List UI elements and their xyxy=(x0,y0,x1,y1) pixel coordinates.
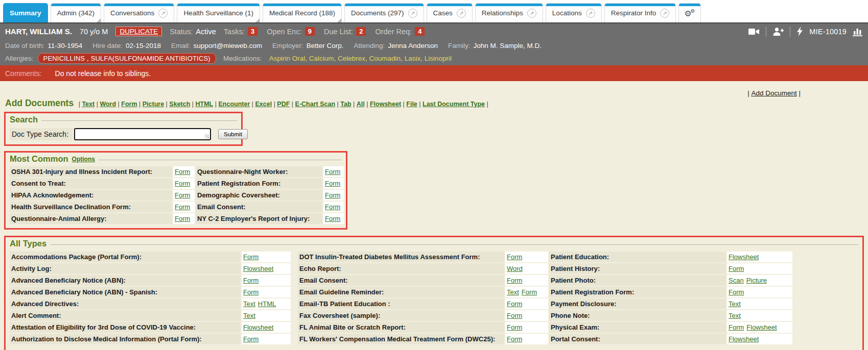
doc-category-link[interactable]: Form xyxy=(121,101,137,108)
doc-category-link[interactable]: Flowsheet xyxy=(370,101,401,108)
popout-arrow-icon[interactable] xyxy=(408,9,417,18)
doc-type-search-label: Doc Type Search: xyxy=(10,128,73,140)
doc-type-action-link[interactable]: Flowsheet xyxy=(746,323,777,331)
medication-link[interactable]: Calcium xyxy=(309,55,338,62)
doc-type-action-link[interactable]: Form xyxy=(243,253,259,261)
medication-link[interactable]: Aspirin Oral xyxy=(269,55,309,62)
doc-category-link[interactable]: Last Document Type xyxy=(423,101,485,108)
doc-category-link[interactable]: E-Chart Scan xyxy=(295,101,336,108)
allergy-alert[interactable]: PENICILLINS , SULFA(SULFONAMIDE ANTIBIOT… xyxy=(38,53,216,64)
doc-type-action-link[interactable]: Scan xyxy=(729,277,744,284)
doc-type-action-link[interactable]: Form xyxy=(507,323,522,331)
doc-category-link[interactable]: HTML xyxy=(196,101,214,108)
doc-type-action-link[interactable]: Form xyxy=(522,288,537,296)
medication-link[interactable]: Celebrex xyxy=(338,55,369,62)
doc-type-action-link[interactable]: Form xyxy=(325,180,340,187)
bar-chart-icon[interactable] xyxy=(853,27,863,36)
doc-type-action-link[interactable]: Form xyxy=(507,277,522,284)
video-camera-icon[interactable] xyxy=(748,28,760,36)
lightning-icon[interactable] xyxy=(796,27,803,36)
doc-type-action-link[interactable]: Form xyxy=(175,203,190,211)
doc-type-action-link[interactable]: Text xyxy=(243,300,255,308)
add-document-link[interactable]: Add Document xyxy=(751,89,796,97)
chart-tab[interactable]: Respirator Info xyxy=(604,3,676,22)
doc-category-link[interactable]: Sketch xyxy=(169,101,190,108)
duplicate-badge[interactable]: DUPLICATE xyxy=(115,27,162,36)
doc-type-action-link[interactable]: Text xyxy=(507,288,519,296)
doc-type-action-link[interactable]: Form xyxy=(243,277,259,284)
doc-type-action-link[interactable]: Text xyxy=(729,312,741,319)
doc-type-action-link[interactable]: Form xyxy=(175,191,190,199)
medication-link[interactable]: Lisinopril xyxy=(425,55,452,62)
chart-tab[interactable]: Cases xyxy=(427,3,473,22)
doc-category-link[interactable]: Excel xyxy=(255,101,272,108)
doc-type-action-link[interactable]: HTML xyxy=(258,300,276,308)
doc-category-link[interactable]: Picture xyxy=(143,101,164,108)
chart-tab[interactable]: Locations xyxy=(546,3,602,22)
doc-type-name: Patient Photo: xyxy=(549,275,726,286)
doc-type-search-input[interactable] xyxy=(74,128,211,140)
chart-tab[interactable]: Settings xyxy=(678,3,700,22)
doc-type-action-link[interactable]: Form xyxy=(507,253,522,261)
doc-type-action-link[interactable]: Form xyxy=(325,191,340,199)
doc-type-action-link[interactable]: Form xyxy=(729,288,744,296)
doc-type-action-link[interactable]: Form xyxy=(325,215,340,222)
counter: Tasks: 3 xyxy=(224,27,257,36)
counter-badge[interactable]: 3 xyxy=(248,27,257,36)
doc-type-action-link[interactable]: Form xyxy=(507,312,522,319)
counter: Order Req: 4 xyxy=(375,27,425,36)
doc-category-link[interactable]: Tab xyxy=(340,101,351,108)
demographic-field: Date of birth: 11-30-1954 xyxy=(5,42,82,49)
doc-type-action-link[interactable]: Form xyxy=(175,168,190,176)
chart-tab[interactable]: Relationships xyxy=(475,3,543,22)
doc-category-link[interactable]: PDF xyxy=(277,101,290,108)
doc-type-action-link[interactable]: Word xyxy=(507,265,523,272)
doc-type-action-link[interactable]: Form xyxy=(325,168,340,176)
tab-label: Respirator Info xyxy=(611,9,656,17)
submit-button[interactable]: Submit xyxy=(218,129,248,139)
counter-badge[interactable]: 2 xyxy=(356,27,366,36)
doc-category-link[interactable]: Text xyxy=(82,101,95,108)
doc-type-action-link[interactable]: Form xyxy=(175,215,190,222)
tab-label: Admin (342) xyxy=(57,9,95,17)
chart-tab[interactable]: Documents (297) xyxy=(344,3,424,22)
doc-type-action-link[interactable]: Text xyxy=(243,312,255,319)
doc-type-action-link[interactable]: Form xyxy=(729,265,744,272)
popout-arrow-icon[interactable] xyxy=(527,9,536,18)
doc-category-link[interactable]: File xyxy=(406,101,417,108)
popout-arrow-icon[interactable] xyxy=(660,9,669,18)
popout-arrow-icon[interactable] xyxy=(457,9,466,18)
chart-tab[interactable]: Health Surveillance (1) xyxy=(177,3,260,22)
doc-type-actions: Form xyxy=(323,166,344,177)
doc-type-action-link[interactable]: Flowsheet xyxy=(729,253,759,261)
doc-category-link[interactable]: Word xyxy=(100,101,116,108)
doc-type-action-link[interactable]: Form xyxy=(325,203,340,211)
add-user-icon[interactable] xyxy=(772,27,784,36)
doc-type-action-link[interactable]: Form xyxy=(507,300,522,308)
doc-type-action-link[interactable]: Form xyxy=(243,288,259,296)
chart-tab[interactable]: Admin (342) xyxy=(51,3,102,22)
medication-link[interactable]: Coumadin xyxy=(369,55,405,62)
chart-tab[interactable]: Summary xyxy=(3,3,48,22)
doc-category-link[interactable]: All xyxy=(357,101,365,108)
medication-link[interactable]: Lasix xyxy=(405,55,425,62)
doc-type-action-link[interactable]: Form xyxy=(729,323,744,331)
counter-badge[interactable]: 9 xyxy=(305,27,315,36)
doc-type-action-link[interactable]: Form xyxy=(175,180,190,187)
doc-type-action-link[interactable]: Flowsheet xyxy=(729,335,759,343)
doc-type-action-link[interactable]: Picture xyxy=(746,277,767,284)
chart-tab[interactable]: Conversations xyxy=(104,3,174,22)
doc-type-action-link[interactable]: Form xyxy=(243,335,259,343)
doc-category-link[interactable]: Encounter xyxy=(218,101,250,108)
doc-type-action-link[interactable]: Text xyxy=(729,300,741,308)
doc-type-action-link[interactable]: Form xyxy=(507,335,522,343)
all-types-section: All Types Accommodations Package (Portal… xyxy=(4,236,864,350)
counter-badge[interactable]: 4 xyxy=(415,27,425,36)
doc-type-name: Advanced Beneficiary Notice (ABN): xyxy=(10,275,241,286)
popout-arrow-icon[interactable] xyxy=(586,9,595,18)
chart-tab[interactable]: Medical Record (188) xyxy=(263,3,342,22)
popout-arrow-icon[interactable] xyxy=(158,9,168,18)
doc-type-action-link[interactable]: Flowsheet xyxy=(243,265,273,272)
options-link[interactable]: Options xyxy=(72,156,95,163)
doc-type-action-link[interactable]: Flowsheet xyxy=(243,323,273,331)
